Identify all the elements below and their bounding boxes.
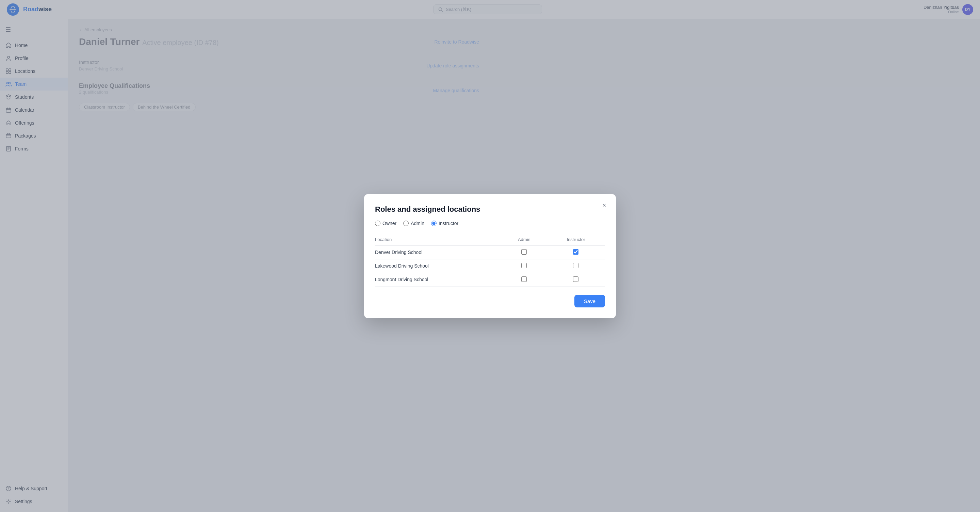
- modal-overlay: Roles and assigned locations × Owner Adm…: [0, 0, 490, 256]
- role-option-admin[interactable]: Admin: [403, 220, 424, 226]
- col-location: Location: [375, 234, 490, 246]
- role-label-admin: Admin: [411, 220, 424, 226]
- location-cell-0: Denver Driving School: [375, 246, 490, 256]
- locations-table: Location Admin Instructor Denver Driving…: [375, 234, 490, 256]
- role-radio-instructor[interactable]: [431, 220, 437, 226]
- role-radio-admin[interactable]: [403, 220, 409, 226]
- roles-modal: Roles and assigned locations × Owner Adm…: [364, 194, 490, 256]
- table-row: Denver Driving School: [375, 246, 490, 256]
- role-radio-owner[interactable]: [375, 220, 380, 226]
- role-options: Owner Admin Instructor: [375, 220, 490, 226]
- role-label-owner: Owner: [382, 220, 396, 226]
- modal-title: Roles and assigned locations: [375, 205, 490, 214]
- role-option-owner[interactable]: Owner: [375, 220, 396, 226]
- role-option-instructor[interactable]: Instructor: [431, 220, 458, 226]
- role-label-instructor: Instructor: [439, 220, 458, 226]
